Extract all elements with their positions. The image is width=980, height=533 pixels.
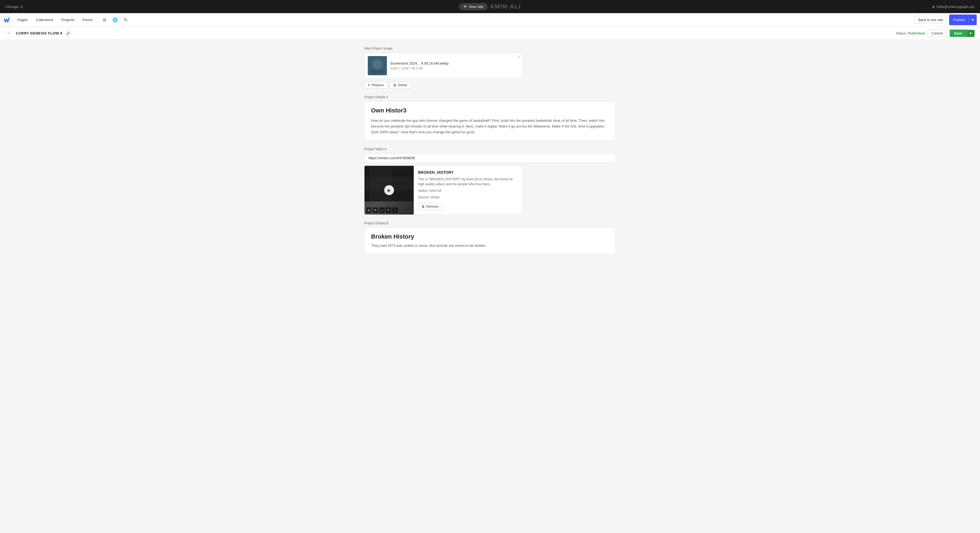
main-image-field-group: Main Project Image Screenshot 2024... 9.… [364, 46, 616, 89]
captions-icon[interactable]: ▭ [379, 207, 385, 213]
project-details-b-editor[interactable]: Broken History They said 2973 was writte… [364, 227, 616, 254]
trash-icon-2: 🗑 [422, 205, 425, 209]
expand-icon[interactable]: ↗ [518, 55, 520, 59]
collection-bar: ← CURRY GENESIS FLOW 9 🔗 Status: Publish… [0, 27, 980, 40]
project-video-a-field-group: Project Video A ▶ 🔊 [364, 147, 616, 215]
video-description: This is "BROKEN_HISTORY" by Amin Ali on … [418, 177, 518, 187]
top-bar-right: ► hello@cinemograph.xyz [932, 5, 975, 9]
project-details-b-title: Broken History [371, 233, 609, 240]
save-dropdown-arrow[interactable]: ▼ [967, 30, 975, 37]
save-button[interactable]: Save [950, 30, 967, 37]
video-author: Author: Amin Ali [418, 188, 518, 193]
nav-bar: Pages Collections Projects Forms ⚙ 🌐 ↻ B… [0, 13, 980, 27]
webflow-logo [3, 18, 11, 22]
project-details-a-label: Project Details A [364, 95, 616, 99]
top-bar-center: 👁 View Site AMIN·ALI [459, 3, 521, 10]
project-details-a-field-group: Project Details A Own Histor3 How do you… [364, 95, 616, 140]
nav-separator [98, 17, 98, 23]
site-title: AMIN·ALI [490, 3, 521, 10]
nav-item-pages[interactable]: Pages [14, 16, 32, 24]
vimeo-icon[interactable]: V [392, 207, 398, 213]
nav-item-forms[interactable]: Forms [78, 16, 96, 24]
project-details-b-field-group: Project Details B Broken History They sa… [364, 221, 616, 254]
settings-icon-btn[interactable]: ⚙ [100, 16, 109, 24]
nav-item-projects[interactable]: Projects [57, 16, 78, 24]
project-details-a-body: How do you celebrate the guy who forever… [371, 118, 609, 135]
publish-button-group: Publish ▼ [949, 14, 977, 25]
project-details-b-body: They said 2973 was written in stone. But… [371, 243, 609, 249]
trash-icon: 🗑 [393, 83, 396, 87]
replace-button[interactable]: ↻ Replace [364, 81, 387, 89]
gear-icon[interactable]: ⚙ [373, 207, 378, 213]
main-content: Main Project Image Screenshot 2024... 9.… [353, 40, 627, 268]
undo-icon-btn[interactable]: ↻ [121, 16, 130, 24]
status-value: Published [908, 31, 925, 35]
collection-bar-right: Status: Published Cancel Save ▼ [896, 30, 975, 37]
arrow-right-icon: ► [932, 5, 935, 9]
eye-icon: 👁 [463, 5, 467, 9]
project-details-b-label: Project Details B [364, 221, 616, 225]
project-details-a-editor[interactable]: Own Histor3 How do you celebrate the guy… [364, 101, 616, 140]
video-title: BROKEN_HISTORY [418, 170, 518, 175]
video-thumbnail: ▶ 🔊 ⚙ ▭ ⇱ V [364, 166, 414, 214]
video-controls: 🔊 ⚙ ▭ ⇱ V [366, 207, 398, 213]
globe-icon-btn[interactable]: 🌐 [110, 16, 121, 24]
collection-settings-icon[interactable]: 🔗 [65, 31, 70, 35]
video-source: Source: Vimeo [418, 195, 518, 200]
location-label: Chicago, IL [5, 5, 24, 9]
svg-rect-2 [371, 70, 384, 73]
top-bar: Chicago, IL 👁 View Site AMIN·ALI ► hello… [0, 0, 980, 13]
email-label: hello@cinemograph.xyz [937, 5, 975, 9]
nav-item-collections[interactable]: Collections [32, 16, 57, 24]
publish-dropdown-arrow[interactable]: ▼ [969, 16, 977, 24]
back-to-live-button[interactable]: Back to live site [914, 16, 947, 24]
cancel-button[interactable]: Cancel [928, 30, 947, 37]
image-actions: ↻ Replace 🗑 Delete [364, 81, 616, 89]
image-meta: 2240 × 2240 • 86.5 kB [390, 67, 519, 70]
image-card: Screenshot 2024... 9.09.16 AM.webp 2240 … [364, 53, 523, 79]
image-filename: Screenshot 2024... 9.09.16 AM.webp [390, 61, 519, 65]
image-thumbnail [368, 56, 387, 75]
save-button-group: Save ▼ [950, 30, 975, 37]
image-info: Screenshot 2024... 9.09.16 AM.webp 2240 … [390, 61, 519, 70]
view-site-button[interactable]: 👁 View Site [459, 3, 488, 10]
publish-button-main[interactable]: Publish [949, 16, 969, 24]
delete-button[interactable]: 🗑 Delete [390, 81, 411, 89]
nav-right: Back to live site Publish ▼ [914, 14, 977, 25]
volume-icon[interactable]: 🔊 [366, 207, 372, 213]
video-info: BROKEN_HISTORY This is "BROKEN_HISTORY" … [414, 166, 523, 214]
view-site-label: View Site [469, 5, 484, 9]
remove-video-button[interactable]: 🗑 Remove [418, 203, 442, 210]
project-details-a-title: Own Histor3 [371, 107, 609, 114]
video-card: ▶ 🔊 ⚙ ▭ ⇱ V BROKEN_HISTORY This is "BROK… [364, 166, 523, 215]
back-arrow-button[interactable]: ← [5, 29, 13, 37]
status-text: Status: Published [896, 31, 925, 35]
collection-title: CURRY GENESIS FLOW 9 [16, 31, 62, 35]
svg-point-1 [372, 59, 382, 69]
main-image-label: Main Project Image [364, 46, 616, 50]
replace-icon: ↻ [368, 83, 371, 87]
fullscreen-icon[interactable]: ⇱ [386, 207, 391, 213]
video-url-input[interactable] [364, 153, 616, 163]
project-video-a-label: Project Video A [364, 147, 616, 151]
